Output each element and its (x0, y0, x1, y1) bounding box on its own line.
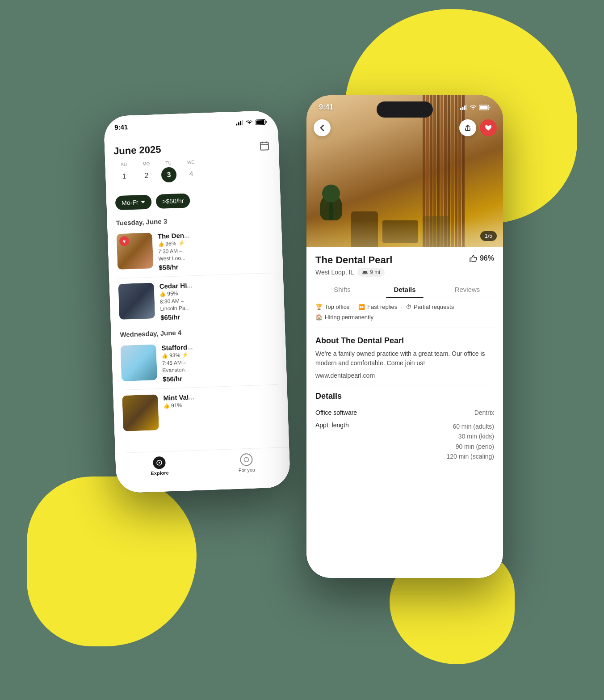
foryou-icon (240, 453, 253, 466)
badges-row-1: 🏆 Top office · ⏩ Fast replies · ⏱ Partia… (306, 298, 503, 312)
photo-counter: 1/5 (480, 231, 497, 241)
svg-rect-14 (462, 107, 464, 110)
week-day-mo-num: 2 (138, 168, 154, 183)
week-day-we[interactable]: WE 4 (181, 160, 201, 182)
back-status-time: 9:41 (114, 123, 128, 131)
detail-key-appt: Appt. length (315, 422, 378, 429)
listing-img-bg-4 (122, 394, 159, 431)
phone-back-screen: 9:41 (103, 110, 290, 493)
wifi-icon (246, 119, 253, 125)
svg-point-12 (244, 457, 248, 462)
svg-rect-6 (260, 142, 269, 150)
badge-top-office-label: Top office (325, 304, 349, 310)
week-day-tu-num: 3 (161, 167, 176, 182)
svg-rect-15 (464, 105, 466, 110)
listing-card-2[interactable]: Cedar Hi... 👍 95% 8:30 AM – Lincoln Pa..… (109, 274, 285, 328)
thumb-icon-1: 👍 (158, 241, 164, 247)
svg-point-11 (159, 462, 160, 464)
phone-back: 9:41 (103, 110, 290, 493)
signal-icon (236, 120, 243, 126)
back-header-title-row: June 2025 (113, 140, 270, 157)
svg-point-21 (366, 274, 367, 274)
appt-kids: 30 min (kids) (446, 431, 494, 441)
badge-top-office: 🏆 Top office (315, 304, 349, 310)
about-link[interactable]: www.dentalpearl.com (315, 372, 375, 379)
back-button[interactable] (314, 119, 331, 136)
rating-1: 👍 96% (158, 240, 176, 247)
section-divider-1 (315, 328, 494, 328)
calendar-icon[interactable] (259, 140, 270, 152)
listing-price-3: $56/hr (163, 371, 278, 383)
listing-img-bg-3 (120, 344, 157, 381)
svg-rect-2 (240, 121, 241, 125)
svg-rect-1 (238, 122, 239, 125)
detail-location-text: West Loop, IL (315, 269, 354, 276)
back-header-month: June 2025 (113, 144, 161, 157)
listing-img-3 (120, 344, 157, 381)
tabs-row: Shifts Details Reviews (306, 281, 503, 298)
back-status-icons (236, 119, 267, 126)
detail-location-row: West Loop, IL 9 mi (306, 266, 503, 281)
listing-info-2: Cedar Hi... 👍 95% 8:30 AM – Lincoln Pa..… (159, 278, 276, 321)
week-day-su-num: 1 (117, 169, 132, 184)
filter-rate[interactable]: >$50/hr (156, 193, 190, 209)
listing-img-4 (122, 394, 159, 431)
week-day-tu[interactable]: TU 3 (159, 160, 179, 183)
thumb-icon-2: 👍 (159, 291, 166, 297)
section-divider-2 (315, 385, 494, 385)
front-wifi-icon (470, 105, 477, 110)
badge-partial-label: Partial requests (414, 304, 454, 310)
badge-fast-replies-label: Fast replies (367, 304, 397, 310)
home-icon: 🏠 (315, 314, 323, 320)
nav-foryou[interactable]: For you (238, 453, 256, 473)
week-day-su-label: SU (121, 162, 127, 167)
tab-shifts-label: Shifts (334, 286, 351, 293)
appt-scaling: 120 min (scaling) (446, 451, 494, 461)
filter-mofr[interactable]: Mo-Fr (115, 194, 152, 210)
back-header: June 2025 SU 1 (104, 132, 280, 194)
explore-svg (156, 460, 163, 466)
about-section: About The Dental Pearl We're a family ow… (306, 330, 503, 383)
rating-4: 👍 91% (164, 402, 182, 409)
thumb-up-icon (470, 255, 478, 262)
distance-pill: 9 mi (357, 268, 385, 277)
week-day-su[interactable]: SU 1 (114, 162, 134, 185)
rating-percent: 96% (480, 254, 494, 262)
detail-content: The Dental Pearl 96% West Loop, IL (306, 247, 503, 578)
front-battery-icon (479, 105, 491, 110)
week-day-mo-label: MO (143, 161, 150, 167)
nav-explore-label: Explore (151, 470, 169, 476)
detail-header: The Dental Pearl 96% (306, 247, 503, 266)
nav-explore[interactable]: Explore (150, 456, 169, 476)
week-day-mo[interactable]: MO 2 (136, 161, 157, 184)
badge-partial: ⏱ Partial requests (406, 304, 454, 310)
listing-card-1[interactable]: ♥ The Den... 👍 96% ⚡ 7:30 AM – West Loo (107, 223, 283, 278)
week-row: SU 1 MO 2 TU 3 WE 4 (114, 157, 271, 184)
share-icon (464, 124, 471, 131)
phone-front-screen: 9:41 (306, 95, 503, 578)
thumb-icon-3: 👍 (162, 353, 168, 358)
listing-price-2: $65/hr (160, 310, 276, 321)
svg-rect-0 (236, 124, 237, 126)
car-icon (362, 270, 368, 274)
tab-reviews[interactable]: Reviews (436, 281, 499, 298)
tab-reviews-label: Reviews (455, 286, 480, 293)
dot-sep-1: · (353, 304, 355, 310)
svg-point-17 (473, 109, 474, 110)
bottom-nav-back: Explore For you (115, 447, 291, 493)
tab-details-label: Details (394, 286, 415, 293)
details-section-title: Details (315, 392, 494, 401)
detail-key-software: Office software (315, 409, 378, 416)
listing-card-4[interactable]: Mint Val... 👍 91% (113, 385, 289, 436)
favorite-button[interactable] (480, 119, 497, 136)
share-button[interactable] (459, 119, 476, 136)
tab-details[interactable]: Details (373, 281, 436, 298)
hiring-permanently-label: Hiring permanently (325, 314, 373, 320)
detail-val-software: Dentrix (378, 409, 494, 416)
listing-card-3[interactable]: Stafford... 👍 93% ⚡ 7:45 AM – Evanston..… (111, 335, 287, 389)
front-dynamic-island (377, 101, 433, 118)
rating-val-1: 96% (165, 240, 176, 247)
tab-shifts[interactable]: Shifts (311, 281, 373, 298)
rating-val-3: 93% (169, 352, 180, 358)
details-section: Details Office software Dentrix Appt. le… (306, 387, 503, 469)
